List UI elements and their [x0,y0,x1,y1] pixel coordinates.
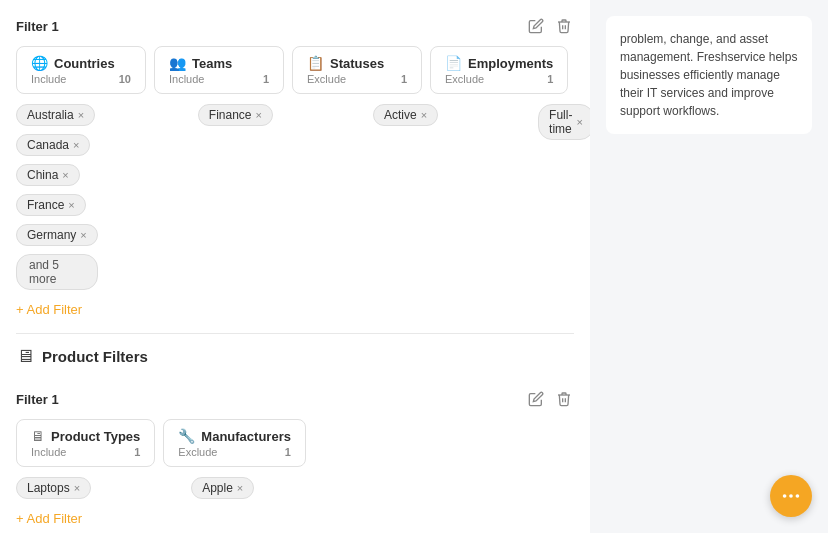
manufacturers-count: 1 [285,446,291,458]
filter-card-teams: 👥 Teams Include 1 [154,46,284,94]
product-filters-icon: 🖥 [16,346,34,367]
employments-mode: Exclude [445,73,484,85]
filter1-add-filter-button[interactable]: + Add Filter [16,298,82,321]
filter2-manufacturers-tags: Apple × [191,477,254,507]
filter2-add-filter-button[interactable]: + Add Filter [16,507,82,530]
countries-count: 10 [119,73,131,85]
manufacturers-mode: Exclude [178,446,217,458]
filter1-tags-area: Australia × Canada × China × France × Ge… [16,104,574,298]
tag-fulltime: Full-time × [538,104,590,140]
tag-apple: Apple × [191,477,254,499]
right-panel-description: problem, change, and asset management. F… [620,32,797,118]
employments-icon: 📄 [445,55,462,71]
tag-france-close[interactable]: × [68,200,74,211]
chat-fab-button[interactable] [770,475,812,517]
filter1-actions [526,16,574,36]
employments-count: 1 [547,73,553,85]
filter2-tags-area: Laptops × Apple × [16,477,574,507]
countries-icon: 🌐 [31,55,48,71]
tag-fulltime-close[interactable]: × [576,117,582,128]
filter2-actions [526,389,574,409]
tag-canada: Canada × [16,134,90,156]
employments-title: Employments [468,56,553,71]
tag-canada-close[interactable]: × [73,140,79,151]
statuses-mode: Exclude [307,73,346,85]
filter-card-countries: 🌐 Countries Include 10 [16,46,146,94]
countries-mode: Include [31,73,66,85]
product-types-mode: Include [31,446,66,458]
filter2-product-types-tags: Laptops × [16,477,91,507]
tag-germany-close[interactable]: × [80,230,86,241]
filter-card-product-types: 🖥 Product Types Include 1 [16,419,155,467]
manufacturers-title: Manufacturers [201,429,291,444]
manufacturers-icon: 🔧 [178,428,195,444]
countries-title: Countries [54,56,115,71]
filter2-edit-button[interactable] [526,389,546,409]
product-types-title: Product Types [51,429,140,444]
filter-section-1: Filter 1 [16,8,574,321]
filter2-title: Filter 1 [16,392,59,407]
tag-germany: Germany × [16,224,98,246]
filter1-edit-button[interactable] [526,16,546,36]
statuses-count: 1 [401,73,407,85]
filter-card-employments: 📄 Employments Exclude 1 [430,46,568,94]
section-divider [16,333,574,334]
main-panel: Filter 1 [0,0,590,533]
filter-card-manufacturers: 🔧 Manufacturers Exclude 1 [163,419,306,467]
filter1-delete-button[interactable] [554,16,574,36]
filter1-header-row: Filter 1 [16,8,574,36]
filter1-employments-tags: Full-time × [538,104,590,298]
product-filters-title: Product Filters [42,348,148,365]
tag-laptops-close[interactable]: × [74,483,80,494]
svg-point-1 [789,494,793,498]
tag-more[interactable]: and 5 more [16,254,98,290]
tag-laptops: Laptops × [16,477,91,499]
tag-active: Active × [373,104,438,126]
tag-australia-close[interactable]: × [78,110,84,121]
svg-point-0 [783,494,787,498]
teams-mode: Include [169,73,204,85]
product-types-icon: 🖥 [31,428,45,444]
tag-apple-close[interactable]: × [237,483,243,494]
svg-point-2 [796,494,800,498]
filter-section-2: Filter 1 [16,381,574,530]
filter2-header-row: Filter 1 [16,381,574,409]
right-panel-card: problem, change, and asset management. F… [606,16,812,134]
tag-australia: Australia × [16,104,95,126]
filter-card-statuses: 📋 Statuses Exclude 1 [292,46,422,94]
right-panel: problem, change, and asset management. F… [590,0,828,533]
filter1-cards-row: 🌐 Countries Include 10 👥 Teams Include 1 [16,46,574,94]
teams-title: Teams [192,56,232,71]
tag-china: China × [16,164,80,186]
product-types-count: 1 [134,446,140,458]
tag-china-close[interactable]: × [62,170,68,181]
tag-france: France × [16,194,86,216]
statuses-icon: 📋 [307,55,324,71]
filter1-statuses-tags: Active × [373,104,438,298]
teams-icon: 👥 [169,55,186,71]
statuses-title: Statuses [330,56,384,71]
tag-finance-close[interactable]: × [256,110,262,121]
tag-active-close[interactable]: × [421,110,427,121]
filter2-delete-button[interactable] [554,389,574,409]
tag-finance: Finance × [198,104,273,126]
teams-count: 1 [263,73,269,85]
filter1-teams-tags: Finance × [198,104,273,298]
filter1-countries-tags: Australia × Canada × China × France × Ge… [16,104,98,298]
filter1-title: Filter 1 [16,19,59,34]
product-filters-header: 🖥 Product Filters [16,346,574,367]
filter2-cards-row: 🖥 Product Types Include 1 🔧 Manufacturer… [16,419,574,467]
